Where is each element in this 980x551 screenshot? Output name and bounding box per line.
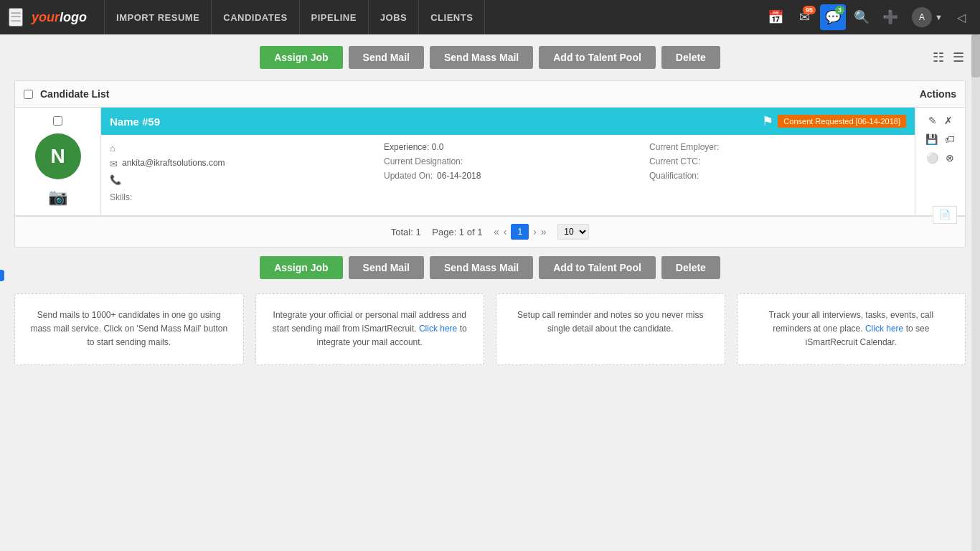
main-content: Assign Job Send Mail Send Mass Mail Add … bbox=[0, 34, 980, 377]
experience-value: Experience: 0.0 bbox=[384, 142, 443, 152]
candidate-list-container: Candidate List Actions N 📷 Name #59 ⚑ bbox=[14, 80, 966, 248]
chat-badge: 3 bbox=[835, 6, 844, 14]
add-to-talent-pool-bottom-btn[interactable]: Add to Talent Pool bbox=[539, 256, 656, 279]
assign-job-bottom-btn[interactable]: Assign Job bbox=[260, 256, 342, 279]
calendar-info-card: Track your all interviews, tasks, events… bbox=[737, 293, 966, 365]
scrollbar-track bbox=[971, 34, 980, 377]
candidate-left-panel: N 📷 bbox=[15, 108, 101, 215]
first-page-btn[interactable]: « bbox=[494, 226, 499, 237]
nav-import-resume[interactable]: IMPORT RESUME bbox=[104, 0, 212, 34]
grid-view-btn[interactable]: ☷ bbox=[931, 48, 946, 67]
home-detail: ⌂ bbox=[110, 142, 375, 154]
integrate-mail-card-text: Integrate your official or personal mail… bbox=[268, 309, 473, 350]
skills-row: Skills: bbox=[101, 192, 915, 209]
tag-icon[interactable]: 🏷 bbox=[943, 132, 956, 146]
next-page-btn[interactable]: › bbox=[533, 226, 537, 237]
scrollbar-thumb[interactable] bbox=[971, 34, 980, 77]
collapse-sidebar-btn[interactable]: ◁ bbox=[951, 11, 971, 24]
calendar-card-text: Track your all interviews, tasks, events… bbox=[749, 309, 954, 350]
row-actions-row3: ⚪ ⊗ bbox=[925, 151, 956, 165]
search-nav-btn[interactable]: 🔍 bbox=[849, 4, 875, 30]
ctc-detail: Current CTC: bbox=[649, 156, 906, 166]
bottom-action-bar: Assign Job Send Mail Send Mass Mail Add … bbox=[14, 256, 966, 279]
current-page-btn[interactable]: 1 bbox=[511, 224, 529, 240]
user-menu-btn[interactable]: A ▼ bbox=[906, 7, 948, 27]
send-mail-top-btn[interactable]: Send Mail bbox=[349, 46, 424, 69]
assign-job-top-btn[interactable]: Assign Job bbox=[260, 46, 342, 69]
page-label: Page: 1 of 1 bbox=[432, 227, 482, 237]
call-reminder-info-card: Setup call reminder and notes so you nev… bbox=[496, 293, 725, 365]
updated-on-detail: Updated On: 06-14-2018 bbox=[384, 171, 641, 181]
send-mail-bottom-btn[interactable]: Send Mail bbox=[349, 256, 424, 279]
nav-right: 📅 ✉ 95 💬 3 🔍 ➕ A ▼ ◁ bbox=[763, 4, 971, 30]
mass-mail-card-text: Send mails to 1000+ candidates in one go… bbox=[27, 309, 232, 350]
integrate-click-here-link[interactable]: Click here bbox=[419, 324, 457, 334]
row-actions-panel: ✎ ✗ 💾 🏷 ⚪ ⊗ bbox=[915, 108, 965, 215]
user-avatar: A bbox=[912, 7, 932, 27]
edit-icon[interactable]: ✎ bbox=[927, 113, 938, 128]
view-toggle: ☷ ☰ bbox=[931, 48, 966, 67]
hamburger-menu[interactable]: ☰ bbox=[9, 8, 23, 27]
calendar-click-here-link[interactable]: Click here bbox=[865, 324, 903, 334]
pagination-bar: Total: 1 Page: 1 of 1 « ‹ 1 › » 10 25 50 bbox=[15, 216, 965, 247]
calendar-nav-btn[interactable]: 📅 bbox=[763, 4, 788, 30]
send-mass-mail-bottom-btn[interactable]: Send Mass Mail bbox=[430, 256, 533, 279]
candidate-name: Name #59 bbox=[110, 116, 160, 128]
consent-badge: Consent Requested [06-14-2018] bbox=[778, 115, 906, 128]
add-to-talent-pool-top-btn[interactable]: Add to Talent Pool bbox=[539, 46, 656, 69]
per-page-select[interactable]: 10 25 50 bbox=[557, 224, 589, 240]
add-nav-btn[interactable]: ➕ bbox=[877, 4, 903, 30]
nav-links: IMPORT RESUME CANDIDATES PIPELINE JOBS C… bbox=[104, 0, 485, 34]
nav-clients[interactable]: CLIENTS bbox=[419, 0, 485, 34]
phone-detail: 📞 bbox=[110, 174, 375, 185]
chevron-down-icon: ▼ bbox=[935, 13, 943, 22]
employer-detail: Current Employer: bbox=[649, 142, 906, 152]
top-action-bar: Assign Job Send Mail Send Mass Mail Add … bbox=[14, 46, 966, 69]
circle-icon[interactable]: ⚪ bbox=[925, 151, 940, 165]
mass-mail-info-card: Send mails to 1000+ candidates in one go… bbox=[14, 293, 244, 365]
nav-candidates[interactable]: CANDIDATES bbox=[212, 0, 299, 34]
export-excel-btn[interactable]: 📄 bbox=[933, 206, 957, 224]
qualification-detail: Qualification: bbox=[649, 171, 906, 181]
x-circle-icon[interactable]: ⊗ bbox=[944, 151, 956, 165]
select-all-checkbox[interactable] bbox=[24, 90, 33, 99]
info-cards-section: Send mails to 1000+ candidates in one go… bbox=[14, 293, 966, 365]
experience-detail: Experience: 0.0 bbox=[384, 142, 641, 152]
email-detail: ✉ ankita@ikraftsolutions.com bbox=[110, 158, 375, 169]
candidate-main-panel: Name #59 ⚑ Consent Requested [06-14-2018… bbox=[101, 108, 915, 215]
send-mass-mail-top-btn[interactable]: Send Mass Mail bbox=[430, 46, 533, 69]
nav-jobs[interactable]: JOBS bbox=[369, 0, 419, 34]
prev-page-btn[interactable]: ‹ bbox=[504, 226, 507, 237]
home-icon: ⌂ bbox=[110, 143, 116, 154]
save-icon[interactable]: 💾 bbox=[924, 132, 939, 146]
integrate-mail-info-card: Integrate your official or personal mail… bbox=[255, 293, 485, 365]
no-photo-icon: 📷 bbox=[48, 188, 67, 207]
logo: yourlogo bbox=[32, 10, 87, 25]
last-page-btn[interactable]: » bbox=[541, 226, 547, 237]
row-actions-row2: 💾 🏷 bbox=[924, 132, 956, 146]
chat-nav-btn[interactable]: 💬 3 bbox=[820, 4, 846, 30]
designation-label: Current Designation: bbox=[384, 156, 463, 166]
candidate-checkbox[interactable] bbox=[53, 116, 62, 126]
close-icon[interactable]: ✗ bbox=[943, 113, 954, 128]
qualification-label: Qualification: bbox=[649, 171, 699, 181]
phone-icon: 📞 bbox=[110, 174, 121, 185]
nav-pipeline[interactable]: PIPELINE bbox=[300, 0, 369, 34]
mail-nav-btn[interactable]: ✉ 95 bbox=[791, 4, 817, 30]
list-view-btn[interactable]: ☰ bbox=[951, 48, 966, 67]
candidate-details-grid: ⌂ ✉ ankita@ikraftsolutions.com 📞 bbox=[101, 135, 915, 192]
email-value: ankita@ikraftsolutions.com bbox=[122, 158, 225, 168]
updated-on-label: Updated On: bbox=[384, 171, 433, 181]
ctc-label: Current CTC: bbox=[649, 156, 700, 166]
row-actions-row1: ✎ ✗ bbox=[927, 113, 954, 128]
mail-badge: 95 bbox=[803, 6, 816, 14]
call-reminder-card-text: Setup call reminder and notes so you nev… bbox=[508, 309, 713, 336]
designation-detail: Current Designation: bbox=[384, 156, 641, 166]
email-icon: ✉ bbox=[110, 159, 118, 169]
updated-on-value: 06-14-2018 bbox=[437, 171, 481, 181]
list-header: Candidate List Actions bbox=[15, 81, 965, 108]
delete-bottom-btn[interactable]: Delete bbox=[661, 256, 720, 279]
skills-label: Skills: bbox=[110, 192, 132, 202]
left-sidebar-tab[interactable] bbox=[0, 270, 4, 281]
delete-top-btn[interactable]: Delete bbox=[661, 46, 720, 69]
